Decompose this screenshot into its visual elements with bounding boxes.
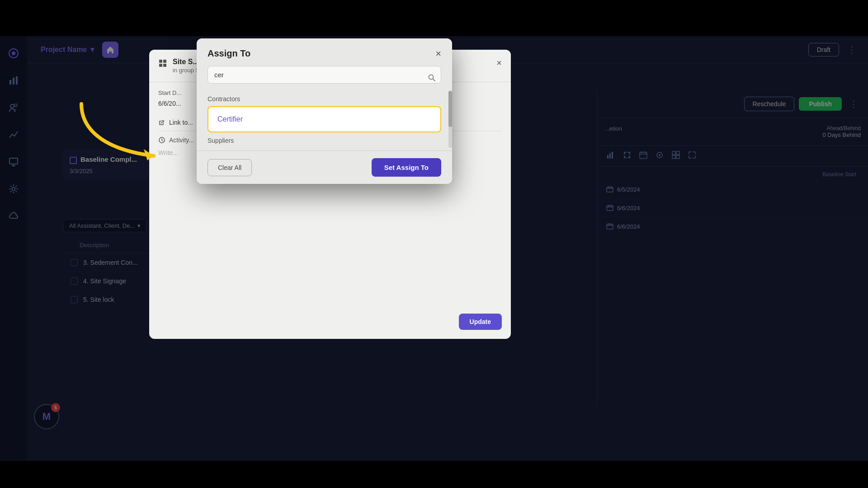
assign-scrollbar[interactable] bbox=[448, 91, 452, 148]
assign-search-input[interactable] bbox=[208, 66, 441, 84]
activity-label: Activity... bbox=[169, 136, 194, 144]
set-assign-to-button[interactable]: Set Assign To bbox=[372, 158, 441, 177]
assign-search-icon bbox=[428, 74, 436, 84]
assign-modal-header: Assign To × bbox=[197, 38, 452, 66]
detail-close-button[interactable]: × bbox=[496, 58, 502, 68]
svg-rect-39 bbox=[163, 64, 166, 67]
assign-section-contractors: Contractors bbox=[197, 91, 452, 106]
svg-rect-36 bbox=[159, 60, 162, 63]
assign-section-suppliers: Suppliers bbox=[197, 132, 452, 148]
assign-footer: Clear All Set Assign To bbox=[197, 150, 452, 184]
svg-line-42 bbox=[433, 79, 435, 81]
assign-item-certifier-label: Certifier bbox=[217, 115, 243, 123]
svg-rect-38 bbox=[159, 64, 162, 67]
start-date-value: 6/6/20... bbox=[158, 100, 181, 107]
assign-modal: Assign To × Contractors Certifier Suppli… bbox=[197, 38, 452, 184]
assign-search-row bbox=[197, 66, 452, 91]
assign-item-certifier[interactable]: Certifier bbox=[208, 106, 441, 132]
clear-all-button[interactable]: Clear All bbox=[208, 159, 252, 176]
svg-rect-37 bbox=[163, 60, 166, 63]
link-to-label: Link to... bbox=[169, 119, 193, 126]
assign-modal-close-button[interactable]: × bbox=[435, 49, 441, 59]
assign-modal-title: Assign To bbox=[208, 48, 250, 59]
assign-scrollbar-thumb bbox=[448, 91, 452, 127]
update-button[interactable]: Update bbox=[459, 314, 502, 330]
start-date-label: Start D... bbox=[158, 89, 181, 96]
detail-panel-icon bbox=[158, 59, 167, 70]
